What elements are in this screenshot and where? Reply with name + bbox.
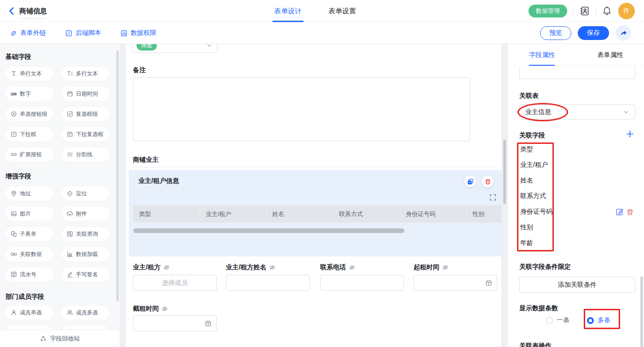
lease-end-date-input[interactable]: [133, 315, 217, 331]
single-line-text-icon: [11, 70, 17, 77]
share-arrow-icon: [620, 29, 627, 37]
field-label-phone: 联系电话: [320, 263, 355, 272]
cloud-upload-icon: [67, 210, 73, 217]
preview-button[interactable]: 预览: [540, 26, 571, 40]
sidebar-item-address[interactable]: 地址: [6, 187, 53, 200]
sidebar-item-select[interactable]: 下拉框: [6, 127, 53, 141]
field-label-lease-start: 起租时间: [414, 263, 448, 272]
extend-button-icon: [11, 151, 17, 158]
code-square-icon: [65, 30, 72, 37]
status-select[interactable]: 闲置: [132, 44, 218, 53]
sidebar-item-related-query[interactable]: 关联查询: [62, 227, 109, 241]
toolbar-actions: 预览 保存: [540, 22, 631, 44]
form-sheet: 闲置 备注 商铺业主 业主/租户信息 类型 业主/租户 姓名 联系方式: [125, 44, 502, 347]
serial-number-icon: [11, 271, 17, 278]
panel-tabs: 字段属性 表单属性: [508, 44, 644, 66]
subform-block-selected[interactable]: 业主/租户信息 类型 业主/租户 姓名 联系方式 身份证号码 性别: [129, 170, 501, 256]
field-recycle-bin[interactable]: 字段回收站: [0, 330, 120, 347]
radio-icon: [11, 111, 17, 117]
related-query-icon: [67, 231, 73, 237]
notification-bell-icon[interactable]: [602, 6, 612, 16]
sidebar-item-extend-button[interactable]: 扩展按钮: [6, 148, 53, 161]
member-picker-field[interactable]: 选择成员: [133, 275, 217, 291]
add-related-field-button[interactable]: [626, 130, 634, 138]
divider: [573, 7, 574, 15]
tab-form-design[interactable]: 表单设计: [274, 0, 302, 22]
checkbox-icon: [67, 111, 73, 117]
delete-related-fields-button[interactable]: [626, 208, 634, 216]
sidebar-item-single-line-text[interactable]: 单行文本: [6, 67, 53, 80]
tab-form-settings[interactable]: 表单设置: [328, 0, 356, 22]
remark-textarea[interactable]: [133, 77, 470, 141]
sidebar-item-data-load[interactable]: 数据加载: [62, 247, 109, 261]
edit-related-fields-button[interactable]: [615, 208, 624, 216]
radio-multiple[interactable]: 多条: [587, 316, 610, 324]
radio-single[interactable]: 一条: [546, 316, 569, 324]
copy-icon: [467, 178, 474, 185]
condition-label: 关联字段条件限定: [519, 263, 571, 271]
sidebar-item-serial-number[interactable]: 流水号: [6, 267, 53, 281]
sidebar-scrollbar[interactable]: [116, 51, 119, 301]
backend-script-button[interactable]: 后端脚本: [65, 29, 101, 37]
sidebar-item-locate[interactable]: 定位: [62, 187, 109, 200]
lease-start-date-input[interactable]: [414, 275, 497, 291]
sidebar-item-multi-select[interactable]: 下拉复选框: [62, 127, 109, 141]
related-field-item: 姓名: [520, 176, 533, 185]
tab-form-properties[interactable]: 表单属性: [576, 44, 644, 66]
sidebar-item-number[interactable]: 123数字: [6, 87, 53, 101]
field-name-input-cut[interactable]: [519, 67, 635, 79]
subform-horizontal-scrollbar[interactable]: [133, 228, 404, 233]
canvas-scrollbar[interactable]: [503, 140, 506, 204]
topbar-actions: 数据管理 作: [529, 0, 635, 22]
data-manage-button[interactable]: 数据管理: [529, 5, 567, 17]
form-toolbar: 表单外链 后端脚本 数据权限 预览 保存: [0, 22, 644, 44]
divider: [596, 7, 596, 15]
add-condition-button[interactable]: 添加关联条件: [519, 277, 635, 293]
expand-icon[interactable]: [489, 194, 496, 201]
phone-input[interactable]: [320, 275, 404, 291]
select-icon: [11, 131, 17, 137]
sidebar-item-attachment[interactable]: 附件: [62, 207, 109, 221]
owner-name-input[interactable]: [226, 275, 310, 291]
share-button[interactable]: [615, 25, 631, 41]
sidebar-item-image[interactable]: 图片: [6, 207, 53, 221]
multi-line-text-icon: [67, 70, 73, 77]
save-button[interactable]: 保存: [578, 26, 609, 40]
sidebar-item-related-data[interactable]: 关联数据: [6, 247, 53, 261]
sidebar-item-member-single[interactable]: 成员单选: [6, 306, 53, 319]
related-field-item: 身份证号码: [520, 208, 552, 216]
delete-field-button[interactable]: [482, 176, 494, 188]
trash-icon: [626, 208, 634, 216]
back-button[interactable]: [7, 6, 17, 16]
title-edit-underline: [19, 18, 45, 19]
table-ops-label: 关联表操作: [519, 342, 552, 347]
sidebar-item-subform[interactable]: 子表单: [6, 227, 53, 241]
sidebar-item-divider[interactable]: 分割线: [62, 148, 109, 161]
sidebar-item-datetime[interactable]: 日期时间: [62, 87, 109, 101]
subform-table-header: 类型 业主/租户 姓名 联系方式 身份证号码 性别: [133, 205, 501, 222]
eye-off-icon: [163, 264, 170, 271]
related-fields-label: 关联字段: [519, 131, 545, 140]
copy-field-button[interactable]: [464, 176, 476, 188]
edit-icon: [615, 208, 624, 216]
contact-book-icon[interactable]: [580, 6, 590, 16]
related-table-select[interactable]: 业主信息: [519, 104, 635, 119]
tab-field-properties[interactable]: 字段属性: [508, 44, 576, 66]
section-title-member-fields: 部门成员字段: [6, 293, 114, 302]
sidebar-item-signature[interactable]: 手写签名: [62, 267, 109, 281]
sidebar-item-checkbox-group[interactable]: 复选框组: [62, 107, 109, 121]
panel-scrollbar[interactable]: [640, 276, 643, 347]
user-avatar[interactable]: 作: [618, 3, 635, 19]
sidebar-item-member-multi[interactable]: 成员多选: [62, 306, 109, 319]
display-count-label: 显示数据条数: [519, 304, 558, 313]
map-pin-icon: [11, 190, 17, 197]
section-divider: [133, 167, 496, 167]
external-link-button[interactable]: 表单外链: [10, 29, 46, 37]
sidebar-item-radio-group[interactable]: 单选按钮组: [6, 107, 53, 121]
sidebar-item-multi-line-text[interactable]: 多行文本: [62, 67, 109, 80]
enhanced-fields-grid: 地址 定位 图片 附件 子表单 关联查询 关联数据 数据加载 流水号 手写签名: [6, 187, 114, 281]
chevron-down-icon: [623, 109, 629, 115]
data-permission-label: 数据权限: [131, 29, 156, 37]
data-permission-button[interactable]: 数据权限: [121, 29, 156, 37]
column-header: 性别: [467, 205, 501, 222]
